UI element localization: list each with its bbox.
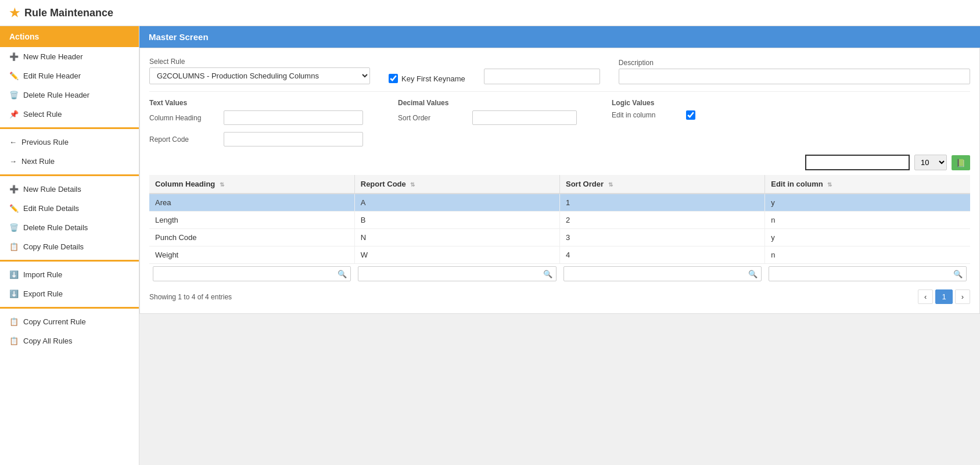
logic-values-section: Logic Values Edit in column: [612, 99, 695, 150]
select-rule-button[interactable]: 📌 Select Rule: [0, 105, 139, 124]
column-heading-input[interactable]: Area: [224, 110, 363, 125]
cell-report_code: A: [354, 194, 559, 212]
search-icon-1: 🔍: [338, 270, 347, 278]
edit-rule-details-label: Edit Rule Details: [23, 204, 79, 213]
table-row[interactable]: Punch CodeN3y: [149, 229, 970, 246]
separator-2: [0, 174, 139, 176]
right-arrow-icon: →: [9, 157, 17, 166]
separator-3: [0, 260, 139, 262]
app-title-text: Rule Maintenance: [24, 7, 113, 19]
filter-sort-order[interactable]: [568, 268, 748, 280]
table-search-input[interactable]: [805, 155, 910, 170]
export-rule-label: Export Rule: [23, 289, 63, 298]
decimal-values-title: Decimal Values: [398, 99, 577, 107]
copy-all-rules-button[interactable]: 📋 Copy All Rules: [0, 331, 139, 350]
filter-row: 🔍 🔍 🔍 🔍: [149, 264, 970, 284]
pagination-buttons: ‹ 1 ›: [918, 289, 970, 304]
copy2-icon: 📋: [9, 317, 19, 326]
cell-report_code: W: [354, 246, 559, 264]
copy-current-rule-button[interactable]: 📋 Copy Current Rule: [0, 312, 139, 331]
keyname-input[interactable]: G2COLUMNS: [484, 69, 600, 84]
table-row[interactable]: WeightW4n: [149, 246, 970, 264]
filter-edit-in-column[interactable]: [773, 268, 953, 280]
next-rule-button[interactable]: → Next Rule: [0, 152, 139, 171]
sidebar-header: Actions: [0, 26, 139, 47]
import-rule-label: Import Rule: [23, 270, 62, 279]
delete-rule-details-button[interactable]: 🗑️ Delete Rule Details: [0, 218, 139, 237]
master-screen-body: Select Rule G2COLUMNS - Production Sched…: [139, 48, 980, 314]
cell-edit_in_column: y: [765, 194, 970, 212]
sort-icon-sort-order: ⇅: [608, 181, 613, 188]
cell-edit_in_column: y: [765, 229, 970, 246]
star-icon: ★: [9, 6, 20, 20]
page-size-select[interactable]: 10 25 50 100: [914, 155, 947, 170]
copy-icon: 📋: [9, 242, 19, 251]
sort-order-input[interactable]: 1: [472, 110, 577, 125]
decimal-values-section: Decimal Values Sort Order 1: [398, 99, 577, 150]
main-content: Master Screen Select Rule G2COLUMNS - Pr…: [139, 26, 980, 465]
plus2-icon: ➕: [9, 185, 19, 194]
copy-all-rules-label: Copy All Rules: [23, 337, 73, 345]
col-header-column-heading[interactable]: Column Heading ⇅: [149, 175, 354, 194]
next-page-button[interactable]: ›: [955, 289, 970, 304]
previous-rule-button[interactable]: ← Previous Rule: [0, 133, 139, 152]
edit-rule-header-label: Edit Rule Header: [23, 71, 81, 80]
cell-report_code: N: [354, 229, 559, 246]
new-rule-header-label: New Rule Header: [23, 52, 83, 61]
col-header-edit-in-column[interactable]: Edit in column ⇅: [765, 175, 970, 194]
page-1-button[interactable]: 1: [935, 289, 952, 304]
key-first-keyname-label: Key First Keyname: [401, 74, 465, 83]
key-first-keyname-checkbox[interactable]: [389, 74, 398, 83]
cell-sort_order: 2: [560, 212, 765, 229]
edit-in-column-checkbox[interactable]: [686, 110, 695, 120]
new-rule-header-button[interactable]: ➕ New Rule Header: [0, 47, 139, 66]
new-rule-details-button[interactable]: ➕ New Rule Details: [0, 180, 139, 199]
sort-order-label: Sort Order: [398, 114, 468, 122]
table-row[interactable]: LengthB2n: [149, 212, 970, 229]
description-input[interactable]: Production Scheduling Columns: [619, 69, 970, 84]
data-table: Column Heading ⇅ Report Code ⇅ Sort Orde…: [149, 175, 970, 284]
import-icon: ⬇️: [9, 270, 19, 279]
delete-rule-header-label: Delete Rule Header: [23, 91, 89, 99]
delete-rule-header-button[interactable]: 🗑️ Delete Rule Header: [0, 85, 139, 105]
table-row[interactable]: AreaA1y: [149, 194, 970, 212]
cell-column_heading: Area: [149, 194, 354, 212]
search-icon-3: 🔍: [748, 270, 758, 278]
excel-export-button[interactable]: 📗: [952, 155, 970, 170]
sort-icon-report-code: ⇅: [410, 181, 415, 188]
import-rule-button[interactable]: ⬇️ Import Rule: [0, 265, 139, 284]
report-code-label: Report Code: [149, 135, 219, 144]
keyname-group: G2COLUMNS: [484, 69, 600, 84]
prev-page-button[interactable]: ‹: [918, 289, 933, 304]
plus-icon: ➕: [9, 52, 19, 61]
sort-icon-edit-in-column: ⇅: [827, 181, 832, 188]
delete-rule-details-label: Delete Rule Details: [23, 223, 88, 232]
export-rule-button[interactable]: ⬇️ Export Rule: [0, 284, 139, 303]
pagination-row: Showing 1 to 4 of 4 entries ‹ 1 ›: [149, 289, 970, 304]
edit-rule-header-button[interactable]: ✏️ Edit Rule Header: [0, 66, 139, 85]
pin-icon: 📌: [9, 110, 19, 119]
copy-current-rule-label: Copy Current Rule: [23, 317, 86, 326]
left-arrow-icon: ←: [9, 138, 17, 146]
description-group: Description Production Scheduling Column…: [619, 59, 970, 84]
edit-rule-details-button[interactable]: ✏️ Edit Rule Details: [0, 199, 139, 218]
previous-rule-label: Previous Rule: [21, 138, 69, 146]
copy3-icon: 📋: [9, 337, 19, 345]
key-first-keyname-group: Key First Keyname: [389, 74, 465, 84]
entries-text: Showing 1 to 4 of 4 entries: [149, 293, 232, 301]
description-label: Description: [619, 59, 970, 67]
pencil2-icon: ✏️: [9, 204, 19, 213]
report-code-input[interactable]: A: [224, 132, 363, 146]
copy-rule-details-button[interactable]: 📋 Copy Rule Details: [0, 237, 139, 256]
select-rule-dropdown[interactable]: G2COLUMNS - Production Scheduling Column…: [149, 67, 370, 84]
filter-column-heading[interactable]: [157, 268, 338, 280]
filter-report-code[interactable]: [362, 268, 543, 280]
search-icon-4: 🔍: [953, 270, 963, 278]
pencil-icon: ✏️: [9, 71, 19, 80]
next-rule-label: Next Rule: [21, 157, 55, 166]
trash-icon: 🗑️: [9, 91, 19, 99]
col-header-report-code[interactable]: Report Code ⇅: [354, 175, 559, 194]
col-header-sort-order[interactable]: Sort Order ⇅: [560, 175, 765, 194]
text-values-section: Text Values Column Heading Area Report C…: [149, 99, 363, 150]
table-header-row: Column Heading ⇅ Report Code ⇅ Sort Orde…: [149, 175, 970, 194]
